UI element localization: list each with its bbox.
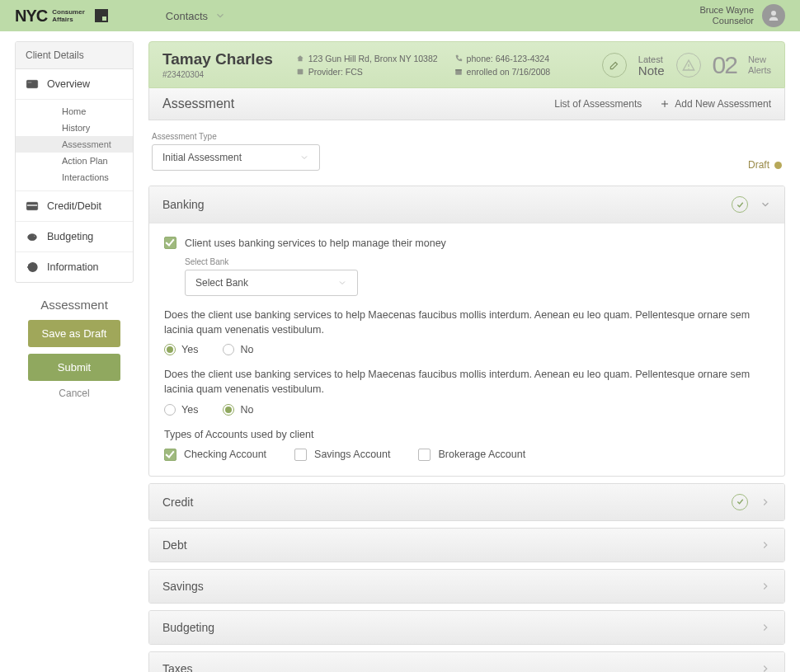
brand-logo: NYC [15,7,47,26]
section-taxes: Taxes [148,651,785,672]
client-enrolled: enrolled on 7/16/2008 [467,67,551,77]
submit-button[interactable]: Submit [28,354,120,381]
status-dot-icon [774,162,782,169]
avatar-icon[interactable] [762,4,785,27]
svg-point-5 [34,236,35,237]
nav-contacts[interactable]: Contacts [166,10,226,22]
savings-checkbox[interactable] [294,449,307,461]
client-header: Tamay Charles #23420304 123 Gun Hill Rd,… [148,41,785,88]
cancel-link[interactable]: Cancel [15,388,134,399]
sidebar-item-label: Information [47,261,99,273]
assessment-subbar: Assessment List of Assessments Add New A… [148,88,785,120]
chevron-right-icon [760,496,771,508]
check-circle-icon [732,196,748,213]
sidebar-sub-interactions[interactable]: Interactions [16,169,133,186]
section-title: Savings [162,580,204,593]
user-name: Bruce Wayne [699,5,754,16]
chevron-down-icon [299,153,309,162]
sidebar-sub-action-plan[interactable]: Action Plan [16,153,133,169]
chevron-down-icon [337,278,347,288]
checking-checkbox[interactable] [164,449,176,461]
section-title: Budgeting [162,621,214,634]
calendar-icon [454,68,463,76]
assessment-actions-title: Assessment [15,298,134,312]
svg-point-4 [28,234,37,241]
sidebar-item-label: Credit/Debit [47,200,101,212]
status-text: Draft [748,159,769,171]
list-assessments-link[interactable]: List of Assessments [554,98,642,110]
alerts-label-1: New [748,54,771,65]
brokerage-checkbox[interactable] [418,449,431,461]
accounts-label: Types of Accounts used by client [164,427,769,442]
uses-banking-checkbox[interactable] [164,237,176,249]
sidebar-sub-history[interactable]: History [16,120,133,136]
section-savings: Savings [148,569,785,604]
sidebar-item-information[interactable]: Information [16,252,133,282]
svg-rect-9 [455,69,462,71]
assessment-type-value: Initial Assessment [162,152,242,163]
user-role: Counselor [699,16,754,26]
chevron-right-icon [760,539,771,551]
section-credit-header[interactable]: Credit [149,484,784,520]
q1-radio-no[interactable]: No [223,344,253,355]
card-icon [26,200,39,213]
select-bank-value: Select Bank [195,277,248,289]
section-savings-header[interactable]: Savings [149,570,784,603]
sidebar-item-credit-debit[interactable]: Credit/Debit [16,191,133,222]
latest-note-button[interactable] [602,53,627,78]
alerts-count: 02 [713,51,736,79]
uses-banking-label: Client uses banking services to help man… [185,237,446,249]
assessment-type-select[interactable]: Initial Assessment [152,144,320,171]
sidebar-sub-assessment[interactable]: Assessment [16,136,133,153]
question-2-text: Does the client use banking services to … [164,367,769,397]
brand-square-icon [95,9,108,22]
q2-radio-yes[interactable]: Yes [164,404,198,416]
alert-icon [676,53,701,78]
provider-icon [296,68,304,76]
sidebar-item-label: Overview [47,78,90,90]
savings-label: Savings Account [314,449,390,460]
section-banking-header[interactable]: Banking [149,186,784,223]
add-assessment-link[interactable]: Add New Assessment [660,98,771,110]
chevron-right-icon [760,622,771,633]
svg-rect-0 [26,80,37,87]
section-budgeting-header[interactable]: Budgeting [149,611,784,644]
section-debt-header[interactable]: Debt [149,529,784,562]
topbar: NYC Consumer Affairs Contacts Bruce Wayn… [0,0,800,31]
select-bank-dropdown[interactable]: Select Bank [185,270,358,296]
assessment-actions: Assessment Save as Draft Submit Cancel [15,298,134,399]
alerts-label-2: Alerts [748,65,771,76]
piggy-icon [26,230,39,243]
q2-radio-no[interactable]: No [223,404,253,416]
section-taxes-header[interactable]: Taxes [149,652,784,672]
nav-contacts-label: Contacts [166,10,208,22]
note-label-2: Note [638,65,665,77]
svg-rect-7 [297,68,303,74]
status-badge: Draft [748,159,782,171]
overview-icon [26,78,39,91]
page-title: Assessment [162,96,234,111]
check-circle-icon [732,494,748,510]
svg-rect-1 [28,82,32,82]
edit-icon [609,59,620,71]
phone-icon [454,54,463,63]
brand: NYC Consumer Affairs [15,7,108,26]
sidebar-sub-home[interactable]: Home [16,103,133,120]
sidebar-item-label: Budgeting [47,231,93,242]
sidebar-item-overview[interactable]: Overview [16,69,133,100]
chevron-right-icon [760,663,771,672]
save-draft-button[interactable]: Save as Draft [28,320,120,347]
section-budgeting: Budgeting [148,610,785,645]
section-banking: Banking Client uses banking services to … [148,186,785,477]
client-name: Tamay Charles [162,50,273,68]
q1-radio-yes[interactable]: Yes [164,344,198,355]
radio-on-icon [164,344,176,355]
user-block[interactable]: Bruce Wayne Counselor [699,4,785,27]
client-phone: phone: 646-123-4324 [467,54,549,63]
sidebar-item-budgeting[interactable]: Budgeting [16,222,133,252]
question-1-text: Does the client use banking services to … [164,308,769,337]
brand-sub2: Affairs [52,16,85,23]
radio-on-icon [223,404,234,416]
section-debt: Debt [148,528,785,562]
chevron-down-icon [214,10,226,21]
